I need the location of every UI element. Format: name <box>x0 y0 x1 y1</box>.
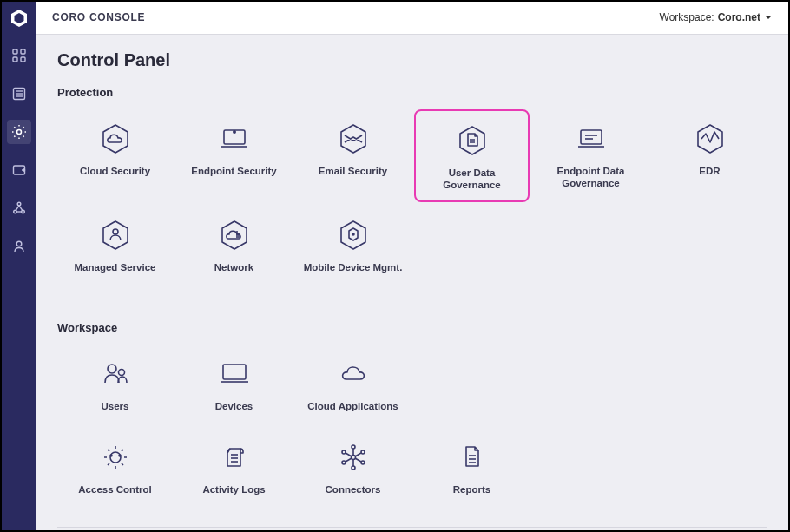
svg-point-50 <box>361 450 365 454</box>
workspace-selector[interactable]: Workspace: Coro.net <box>660 11 773 23</box>
nav-user-icon[interactable] <box>7 234 31 259</box>
card-label: Cloud Security <box>80 165 150 177</box>
svg-line-60 <box>346 453 352 456</box>
card-label: Network <box>214 261 253 273</box>
user-data-governance-icon <box>453 122 491 160</box>
card-label: EDR <box>699 165 720 177</box>
card-label: Activity Logs <box>202 483 265 496</box>
card-users[interactable]: Users <box>57 345 173 424</box>
card-endpoint-security[interactable]: Endpoint Security <box>176 109 292 202</box>
card-label: Connectors <box>326 483 381 496</box>
card-label: Devices <box>215 400 253 412</box>
nav-network-icon[interactable] <box>7 196 31 220</box>
svg-point-51 <box>361 461 365 464</box>
card-email-security[interactable]: Email Security <box>295 109 411 202</box>
section-workspace-title: Workspace <box>57 321 767 334</box>
endpoint-data-governance-icon <box>572 120 610 158</box>
svg-point-18 <box>16 241 22 246</box>
card-label: Reports <box>453 483 490 496</box>
access-control-icon <box>96 438 135 476</box>
card-label: Email Security <box>319 165 387 177</box>
card-activity-logs[interactable]: Activity Logs <box>176 428 292 508</box>
svg-line-59 <box>346 458 352 462</box>
top-bar: CORO CONSOLE Workspace: Coro.net <box>36 2 788 35</box>
svg-marker-19 <box>103 125 128 153</box>
card-user-data-governance[interactable]: User Data Governance <box>414 109 530 202</box>
card-endpoint-data-governance[interactable]: Endpoint Data Governance <box>533 109 648 202</box>
content-area: Control Panel Protection Cloud Security <box>36 35 788 530</box>
card-label: Endpoint Data Governance <box>537 165 645 190</box>
workspace-grid: Users Devices Cloud Applications <box>57 345 767 508</box>
svg-line-57 <box>355 458 361 462</box>
devices-icon <box>215 355 253 393</box>
svg-marker-24 <box>460 127 484 154</box>
section-divider <box>57 527 767 528</box>
card-label: Managed Service <box>75 261 156 273</box>
section-protection-title: Protection <box>57 86 767 99</box>
cloud-applications-icon <box>334 355 372 393</box>
page-title: Control Panel <box>57 50 767 70</box>
card-mobile-device-mgmt[interactable]: Mobile Device Mgmt. <box>295 206 411 286</box>
connectors-icon <box>334 438 372 476</box>
card-edr[interactable]: EDR <box>652 109 767 202</box>
svg-point-38 <box>108 365 116 373</box>
svg-rect-25 <box>581 130 602 144</box>
card-label: Endpoint Security <box>191 165 276 177</box>
svg-point-43 <box>110 455 112 456</box>
svg-point-31 <box>113 229 118 234</box>
svg-point-37 <box>352 233 354 235</box>
main-area: CORO CONSOLE Workspace: Coro.net Control… <box>36 2 788 530</box>
nav-list-icon[interactable] <box>7 82 31 106</box>
endpoint-security-icon <box>215 120 253 158</box>
svg-line-56 <box>355 453 361 456</box>
svg-rect-40 <box>223 365 246 379</box>
card-label: Access Control <box>78 483 151 496</box>
network-icon <box>215 216 253 254</box>
svg-rect-5 <box>21 57 25 62</box>
svg-rect-3 <box>21 49 25 54</box>
svg-rect-2 <box>13 49 17 54</box>
card-label: Users <box>102 400 129 412</box>
brand-name: CORO CONSOLE <box>52 11 145 23</box>
card-access-control[interactable]: Access Control <box>57 428 173 508</box>
card-cloud-security[interactable]: Cloud Security <box>57 109 173 202</box>
side-nav <box>2 2 36 530</box>
card-reports[interactable]: Reports <box>414 428 530 508</box>
card-managed-service[interactable]: Managed Service <box>57 206 173 286</box>
chevron-down-icon <box>764 13 773 22</box>
svg-line-15 <box>16 206 19 211</box>
section-workspace: Workspace Users Devices <box>57 321 767 508</box>
workspace-name: Coro.net <box>718 11 760 23</box>
card-cloud-applications[interactable]: Cloud Applications <box>295 345 411 424</box>
nav-inbox-icon[interactable] <box>7 158 31 182</box>
nav-dashboard-icon[interactable] <box>7 43 31 68</box>
card-devices[interactable]: Devices <box>176 345 292 424</box>
mobile-device-mgmt-icon <box>334 216 372 254</box>
users-icon <box>96 355 135 393</box>
card-label: Cloud Applications <box>307 400 398 412</box>
svg-point-42 <box>110 452 121 463</box>
svg-point-49 <box>352 445 355 449</box>
svg-point-44 <box>119 455 121 456</box>
svg-marker-23 <box>341 125 365 153</box>
activity-logs-icon <box>215 438 253 476</box>
svg-point-14 <box>22 210 25 213</box>
nav-control-panel-icon[interactable] <box>7 120 31 144</box>
svg-marker-32 <box>222 221 247 249</box>
svg-point-10 <box>17 130 22 135</box>
card-label: Mobile Device Mgmt. <box>304 261 403 273</box>
logo-icon <box>8 7 30 30</box>
workspace-label: Workspace: <box>660 11 714 23</box>
svg-point-22 <box>233 131 234 133</box>
svg-point-12 <box>17 202 21 206</box>
section-divider <box>57 305 767 305</box>
svg-point-13 <box>14 210 17 213</box>
card-network[interactable]: Network <box>176 206 292 286</box>
svg-point-53 <box>342 461 346 464</box>
email-security-icon <box>334 120 372 158</box>
edr-icon <box>691 120 729 158</box>
card-connectors[interactable]: Connectors <box>295 428 411 508</box>
svg-point-39 <box>118 369 124 375</box>
managed-service-icon <box>96 216 135 254</box>
card-label: User Data Governance <box>419 167 524 192</box>
